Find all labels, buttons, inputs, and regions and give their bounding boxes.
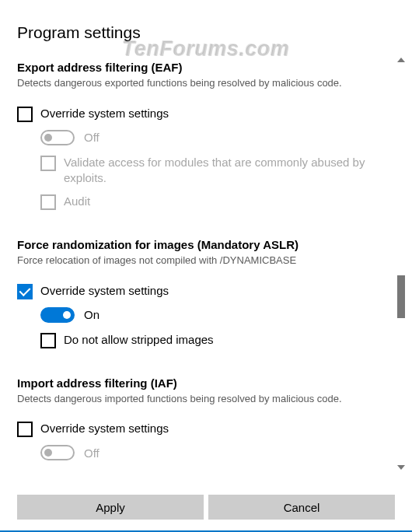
- scroll-up-icon[interactable]: [397, 58, 405, 62]
- aslr-override-row[interactable]: Override system settings: [17, 283, 395, 299]
- aslr-strip-row[interactable]: Do not allow stripped images: [40, 332, 395, 348]
- eaf-validate-checkbox: [40, 156, 56, 171]
- iaf-override-row[interactable]: Override system settings: [17, 421, 395, 437]
- vertical-scrollbar[interactable]: [395, 58, 407, 470]
- aslr-strip-label: Do not allow stripped images: [64, 332, 214, 348]
- eaf-toggle-track: [40, 130, 75, 145]
- scroll-down-icon[interactable]: [397, 465, 405, 470]
- eaf-validate-row: Validate access for modules that are com…: [40, 155, 395, 187]
- iaf-toggle-state: Off: [84, 446, 100, 460]
- section-desc-eaf: Detects dangerous exported functions bei…: [17, 76, 395, 90]
- eaf-audit-checkbox: [40, 194, 56, 210]
- section-heading-aslr: Force randomization for images (Mandator…: [17, 238, 395, 251]
- eaf-validate-label: Validate access for modules that are com…: [64, 155, 395, 187]
- iaf-toggle: Off: [40, 445, 395, 460]
- eaf-override-label: Override system settings: [40, 106, 169, 121]
- apply-button[interactable]: Apply: [17, 495, 204, 520]
- section-desc-iaf: Detects dangerous imported functions bei…: [17, 392, 395, 406]
- eaf-toggle: Off: [40, 130, 395, 145]
- section-heading-eaf: Export address filtering (EAF): [17, 61, 395, 74]
- aslr-override-label: Override system settings: [40, 283, 169, 299]
- eaf-override-row[interactable]: Override system settings: [17, 106, 395, 122]
- scroll-thumb[interactable]: [397, 275, 405, 318]
- section-desc-aslr: Force relocation of images not compiled …: [17, 254, 395, 268]
- aslr-toggle-state: On: [84, 308, 100, 321]
- eaf-toggle-state: Off: [84, 131, 100, 144]
- aslr-strip-checkbox[interactable]: [40, 333, 56, 348]
- footer-buttons: Apply Cancel: [0, 495, 412, 520]
- section-heading-iaf: Import address filtering (IAF): [17, 376, 395, 390]
- eaf-override-checkbox[interactable]: [17, 107, 33, 122]
- iaf-override-label: Override system settings: [40, 421, 169, 436]
- eaf-audit-row: Audit: [40, 194, 395, 210]
- page-title: Program settings: [17, 23, 395, 42]
- aslr-toggle-track[interactable]: [40, 307, 75, 323]
- settings-scroll-area: Export address filtering (EAF) Detects d…: [17, 61, 395, 473]
- aslr-override-checkbox[interactable]: [17, 284, 33, 299]
- cancel-button[interactable]: Cancel: [208, 495, 395, 520]
- eaf-audit-label: Audit: [64, 194, 90, 209]
- aslr-toggle[interactable]: On: [40, 307, 395, 323]
- iaf-override-checkbox[interactable]: [17, 422, 33, 437]
- iaf-toggle-track: [40, 445, 75, 460]
